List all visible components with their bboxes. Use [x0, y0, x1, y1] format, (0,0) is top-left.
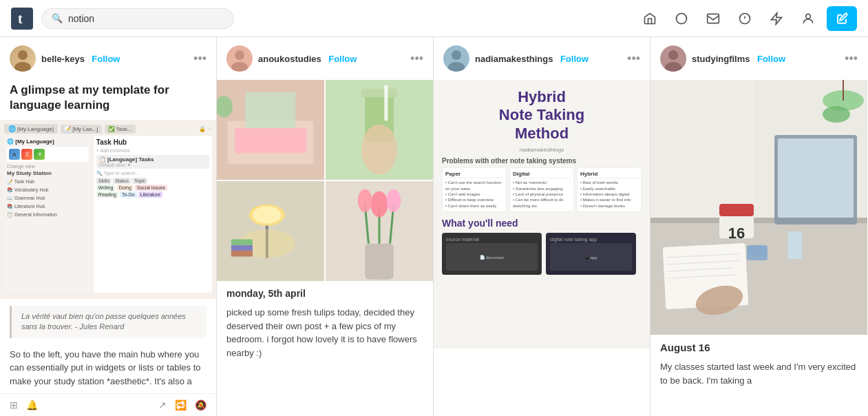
card-body-2: picked up some fresh tulips today, decid… — [217, 302, 433, 365]
svg-rect-57 — [747, 245, 768, 260]
cards-grid: belle-keys Follow ••• A glimpse at my te… — [0, 37, 868, 416]
card-header-info-3: nadiamakesthings Follow — [475, 52, 622, 65]
svg-point-41 — [668, 50, 678, 60]
avatar-anoukostudies — [226, 45, 253, 72]
image-grid-2 — [217, 80, 433, 281]
svg-rect-58 — [788, 231, 802, 259]
card-title-1: A glimpse at my template for language le… — [0, 80, 216, 120]
share-icon: ↗ — [158, 399, 167, 410]
svg-point-9 — [235, 50, 244, 60]
card-body-4: My classes started last week and I'm ver… — [650, 356, 867, 393]
svg-point-5 — [806, 14, 811, 19]
more-button-2[interactable]: ••• — [410, 52, 423, 66]
search-bar[interactable]: 🔍 — [41, 8, 234, 29]
card-header-2: anoukostudies Follow ••• — [217, 37, 433, 80]
image-cell-4 — [326, 181, 433, 281]
svg-rect-20 — [384, 85, 388, 121]
svg-point-6 — [18, 50, 28, 60]
svg-rect-26 — [231, 251, 253, 256]
mail-button[interactable] — [700, 6, 726, 32]
svg-text:16: 16 — [728, 225, 745, 242]
home-button[interactable] — [637, 6, 663, 32]
card-studyingfilms: studyingfilms Follow ••• — [650, 37, 867, 416]
explore-button[interactable] — [668, 6, 695, 32]
image-cell-2 — [326, 80, 433, 180]
username-nadiamakesthings: nadiamakesthings — [475, 54, 553, 64]
card-nadiamakesthings: nadiamakesthings Follow ••• HybridNote T… — [434, 37, 650, 416]
notion-mockup: 🌐 [My Language] 📝 [My Lan...] ✅ Task... … — [0, 120, 216, 299]
svg-point-34 — [371, 191, 388, 217]
search-icon: 🔍 — [52, 13, 63, 23]
card-header-info-2: anoukostudies Follow — [258, 52, 405, 65]
card-header-3: nadiamakesthings Follow ••• — [434, 37, 650, 80]
follow-button-nadiamakesthings[interactable]: Follow — [560, 54, 589, 64]
username-studyingfilms: studyingfilms — [692, 54, 750, 64]
svg-text:t: t — [18, 11, 23, 26]
card-header-1: belle-keys Follow ••• — [0, 37, 216, 80]
card-header-info-4: studyingfilms Follow — [692, 52, 839, 65]
follow-button-studyingfilms[interactable]: Follow — [757, 54, 785, 64]
image-cell-3 — [217, 181, 324, 281]
card-body-1: So to the left, you have the main hub wh… — [0, 344, 216, 394]
main-content: belle-keys Follow ••• A glimpse at my te… — [0, 37, 868, 416]
study-image-4: 16 — [650, 80, 867, 335]
svg-point-35 — [358, 189, 372, 212]
notification-button[interactable] — [732, 6, 758, 32]
svg-rect-30 — [365, 244, 394, 280]
more-button-3[interactable]: ••• — [627, 52, 640, 66]
svg-rect-52 — [778, 138, 854, 218]
card-anoukostudies: anoukostudies Follow ••• — [217, 37, 434, 416]
nav-icons — [637, 6, 857, 32]
grid-icon: ⊞ — [10, 399, 18, 410]
card-header-4: studyingfilms Follow ••• — [650, 37, 867, 80]
card-header-info-1: belle-keys Follow — [41, 52, 188, 65]
activity-button[interactable] — [763, 6, 790, 32]
image-cell-1 — [217, 80, 324, 180]
svg-rect-13 — [235, 128, 306, 153]
date-label-4: August 16 — [650, 335, 867, 356]
svg-point-2 — [677, 13, 687, 23]
compose-button[interactable] — [827, 6, 857, 31]
svg-rect-27 — [231, 245, 253, 251]
svg-point-24 — [253, 207, 282, 224]
tumblr-logo[interactable]: t — [11, 8, 33, 30]
svg-rect-14 — [246, 92, 296, 128]
account-button[interactable] — [795, 6, 821, 32]
follow-button-belle-keys[interactable]: Follow — [92, 54, 120, 64]
avatar-studyingfilms — [660, 45, 686, 72]
avatar-belle-keys — [10, 45, 36, 72]
note-taking-image: HybridNote TakingMethod nadiamakesthings… — [434, 80, 650, 349]
more-button-1[interactable]: ••• — [193, 52, 207, 66]
svg-rect-18 — [361, 89, 397, 97]
follow-button-anoukostudies[interactable]: Follow — [328, 54, 357, 64]
bell-2-icon: 🔕 — [195, 399, 207, 410]
more-button-4[interactable]: ••• — [845, 52, 858, 66]
bell-icon: 🔔 — [26, 399, 38, 410]
username-anoukostudies: anoukostudies — [258, 54, 321, 64]
svg-point-38 — [452, 50, 461, 60]
svg-point-47 — [823, 106, 850, 123]
svg-rect-3 — [708, 14, 719, 23]
svg-point-36 — [386, 189, 401, 212]
svg-point-7 — [14, 62, 31, 72]
date-label-2: monday, 5th april — [217, 281, 433, 302]
reblog-icon: 🔁 — [175, 399, 187, 410]
avatar-nadiamakesthings — [443, 45, 469, 72]
top-navigation: t 🔍 — [0, 0, 868, 37]
username-belle-keys: belle-keys — [41, 54, 85, 64]
notion-screenshot: 🌐 [My Language] 📝 [My Lan...] ✅ Task... … — [0, 120, 216, 299]
search-input[interactable] — [68, 13, 224, 24]
svg-point-19 — [361, 125, 397, 175]
card-belle-keys: belle-keys Follow ••• A glimpse at my te… — [0, 37, 217, 416]
svg-rect-54 — [719, 204, 754, 216]
svg-rect-28 — [231, 239, 253, 245]
